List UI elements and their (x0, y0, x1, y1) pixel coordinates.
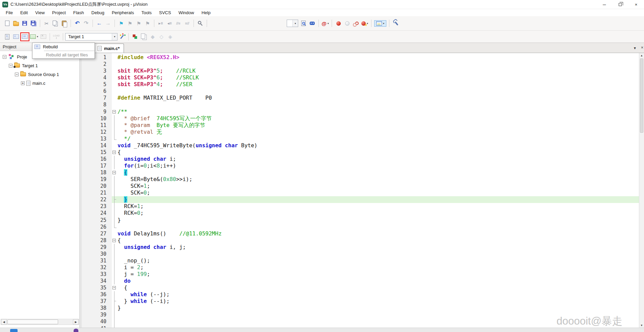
menu-file[interactable]: File (2, 9, 17, 16)
chevron-down-icon[interactable]: ▾ (112, 33, 117, 40)
code-line-33[interactable]: 33 j = 199; (82, 271, 639, 278)
pack-installer-icon[interactable]: ◈ (166, 32, 175, 41)
options-for-target-icon[interactable] (118, 32, 126, 41)
bookmark-clear-all-icon[interactable]: ⚑ (143, 19, 152, 28)
configure-target-icon[interactable] (391, 19, 400, 28)
collapse-fold-icon[interactable]: − (112, 110, 116, 113)
save-all-icon[interactable] (29, 19, 38, 28)
code-line-7[interactable]: 7#define MATRIX_LED_PORT P0 (82, 95, 639, 101)
menu-window[interactable]: Window (175, 9, 198, 16)
code-line-29[interactable]: 29 unsigned char i, j; (82, 244, 639, 251)
fold-toggle[interactable]: − (112, 108, 118, 115)
tab-main-c[interactable]: main.c* (93, 44, 124, 53)
menu-project[interactable]: Project (48, 9, 69, 16)
code-editor[interactable]: 1#include <REGX52.H>23sbit RCK=P3^5; //R… (82, 53, 639, 328)
search-combo[interactable]: ▾ (286, 19, 299, 28)
code-line-2[interactable]: 2 (82, 61, 639, 68)
collapse-fold-icon[interactable]: − (112, 286, 116, 289)
code-line-15[interactable]: 15−{ (82, 149, 639, 156)
code-line-19[interactable]: 19 SER=Byte&(0x80>>i); (82, 176, 639, 183)
code-line-31[interactable]: 31 _nop_(); (82, 257, 639, 264)
menu-edit[interactable]: Edit (17, 9, 31, 16)
code-line-5[interactable]: 5sbit SER=P3^4; //SER (82, 81, 639, 88)
project-horizontal-scrollbar[interactable]: ◀ ▶ (1, 319, 79, 325)
collapse-icon[interactable]: − (15, 73, 19, 76)
tab-close-icon[interactable]: × (641, 45, 643, 50)
collapse-icon[interactable]: − (9, 64, 12, 68)
editor-vertical-scrollbar[interactable]: ▲ ▼ (639, 53, 644, 328)
code-line-17[interactable]: 17 for(i=0;i<8;i++) (82, 162, 639, 169)
code-line-21[interactable]: 21 SCK=0; (82, 189, 639, 196)
bookmark-next-icon[interactable]: ⚑ (134, 19, 143, 28)
tab-list-chevron-icon[interactable]: ▼ (633, 46, 637, 50)
code-line-24[interactable]: 24 RCK=0; (82, 210, 639, 216)
navigate-back-icon[interactable]: ← (95, 19, 104, 28)
at-symbol-search-icon[interactable]: @▾ (321, 19, 330, 28)
collapse-fold-icon[interactable]: − (112, 151, 116, 154)
fold-toggle[interactable]: − (112, 169, 118, 176)
scroll-right-icon[interactable]: ▶ (73, 319, 79, 325)
menu-peripherals[interactable]: Peripherals (108, 9, 138, 16)
code-line-25[interactable]: 25} (82, 217, 639, 224)
open-file-icon[interactable] (11, 19, 20, 28)
rebuild-all-icon[interactable]: ↓↓ (20, 32, 29, 41)
tree-item-target-1[interactable]: −Target 1 (0, 61, 80, 70)
redo-icon[interactable]: ↷ (82, 19, 91, 28)
paste-icon[interactable] (60, 19, 69, 28)
stop-build-icon[interactable]: × (39, 32, 48, 41)
filter-packs-icon[interactable]: ◇ (157, 32, 166, 41)
minimize-button[interactable]: ─ (596, 0, 612, 9)
expand-icon[interactable]: + (21, 81, 25, 85)
code-line-8[interactable]: 8 (82, 101, 639, 108)
debug-window-layout-icon[interactable]: ▾ (373, 19, 387, 28)
taskbar-app-icon[interactable] (10, 329, 18, 332)
cut-icon[interactable]: ✂ (42, 19, 51, 28)
code-line-26[interactable]: 26 (82, 224, 639, 230)
scrollbar-thumb[interactable] (640, 58, 643, 133)
code-line-6[interactable]: 6 (82, 88, 639, 95)
bookmark-previous-icon[interactable]: ⚑ (126, 19, 134, 28)
code-line-27[interactable]: 27void Delay1ms() //@11.0592MHz (82, 230, 639, 237)
batch-build-icon[interactable]: ▾ (29, 32, 39, 41)
code-line-4[interactable]: 4sbit SCK=P3^6; //SRCLK (82, 74, 639, 81)
scroll-down-icon[interactable]: ▼ (639, 323, 644, 328)
save-icon[interactable] (20, 19, 29, 28)
uncomment-selection-icon[interactable]: ≡// (183, 19, 191, 28)
collapse-fold-icon[interactable]: − (112, 239, 116, 242)
download-to-flash-icon[interactable]: LOAD⇓ (52, 32, 61, 41)
find-in-document-icon[interactable] (299, 19, 308, 28)
code-line-39[interactable]: 39 (82, 311, 639, 318)
scroll-left-icon[interactable]: ◀ (1, 319, 7, 325)
menu-debug[interactable]: Debug (88, 9, 108, 16)
collapse-icon[interactable]: − (3, 55, 6, 59)
fold-toggle[interactable]: − (112, 284, 118, 291)
breakpoint-enable-disable-icon[interactable] (343, 19, 352, 28)
code-line-36[interactable]: 36 while (--j); (82, 291, 639, 298)
code-line-11[interactable]: 11 * @param Byte 要写入的字节 (82, 122, 639, 129)
new-file-icon[interactable] (3, 19, 11, 28)
translate-file-icon[interactable]: ↓ (3, 32, 11, 41)
close-button[interactable]: × (628, 0, 644, 9)
code-line-1[interactable]: 1#include <REGX52.H> (82, 54, 639, 61)
breakpoint-insert-icon[interactable] (334, 19, 343, 28)
scroll-up-icon[interactable]: ▲ (639, 53, 644, 58)
menu-tools[interactable]: Tools (138, 9, 155, 16)
code-line-20[interactable]: 20 SCK=1; (82, 183, 639, 189)
restore-button[interactable] (612, 0, 628, 9)
manage-runtime-environment-icon[interactable] (131, 32, 139, 41)
code-line-10[interactable]: 10 * @brief 74HC595写入一个字节 (82, 115, 639, 122)
menu-view[interactable]: View (31, 9, 48, 16)
code-line-18[interactable]: 18− { (82, 169, 639, 176)
manage-project-items-icon[interactable] (139, 32, 148, 41)
fold-toggle[interactable]: − (112, 237, 118, 244)
bookmark-toggle-icon[interactable]: ⚑ (117, 19, 126, 28)
breakpoint-kill-all-icon[interactable]: ▾ (360, 19, 369, 28)
code-line-16[interactable]: 16 unsigned char i; (82, 156, 639, 162)
target-combo[interactable]: Target 1▾ (65, 33, 118, 41)
code-line-32[interactable]: 32 i = 2; (82, 264, 639, 271)
code-line-34[interactable]: 34 do (82, 278, 639, 284)
code-line-23[interactable]: 23 RCK=1; (82, 203, 639, 210)
menu-flash[interactable]: Flash (70, 9, 88, 16)
code-line-14[interactable]: 14void _74HC595_WriteByte(unsigned char … (82, 142, 639, 149)
undo-icon[interactable]: ↶ (73, 19, 82, 28)
